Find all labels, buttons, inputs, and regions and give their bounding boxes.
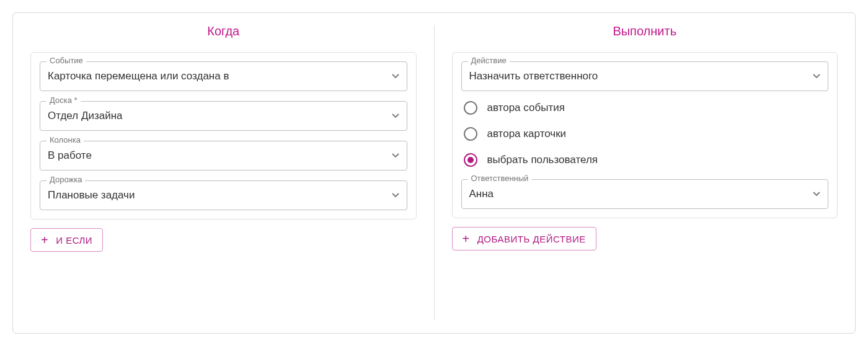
radio-choose-user-label: выбрать пользователя [487, 154, 598, 166]
when-column: Когда Событие Карточка перемещена или со… [13, 13, 434, 333]
automation-rule-panel: Когда Событие Карточка перемещена или со… [12, 12, 856, 334]
radio-card-author-label: автора карточки [487, 128, 567, 140]
column-select[interactable]: Колонка В работе [40, 141, 407, 171]
event-select[interactable]: Событие Карточка перемещена или создана … [40, 61, 407, 91]
radio-unchecked-icon [464, 127, 477, 141]
column-value: В работе [48, 149, 392, 162]
responsible-label: Ответственный [468, 174, 532, 182]
radio-event-author[interactable]: автора события [464, 101, 826, 115]
execute-column: Выполнить Действие Назначить ответственн… [435, 13, 856, 333]
chevron-down-icon [392, 193, 399, 198]
action-value: Назначить ответственного [469, 70, 813, 82]
action-select[interactable]: Действие Назначить ответственного [461, 61, 829, 91]
responsible-select[interactable]: Ответственный Анна [461, 179, 829, 209]
lane-value: Плановые задачи [48, 189, 392, 202]
chevron-down-icon [813, 192, 820, 197]
radio-choose-user[interactable]: выбрать пользователя [464, 153, 826, 167]
execute-title: Выполнить [452, 24, 838, 38]
when-title: Когда [30, 24, 417, 38]
action-label: Действие [468, 56, 510, 64]
event-label: Событие [46, 56, 86, 64]
event-value: Карточка перемещена или создана в [48, 70, 392, 82]
lane-select[interactable]: Дорожка Плановые задачи [40, 180, 407, 210]
responsible-value: Анна [469, 188, 813, 200]
add-action-label: ДОБАВИТЬ ДЕЙСТВИЕ [477, 234, 586, 244]
when-field-group: Событие Карточка перемещена или создана … [30, 52, 417, 220]
radio-unchecked-icon [464, 101, 477, 115]
execute-field-group: Действие Назначить ответственного автора… [452, 52, 838, 218]
board-value: Отдел Дизайна [48, 110, 392, 122]
radio-dot [467, 157, 474, 163]
board-select[interactable]: Доска * Отдел Дизайна [40, 101, 407, 131]
add-if-button[interactable]: + И ЕСЛИ [30, 228, 103, 252]
add-if-label: И ЕСЛИ [56, 235, 92, 246]
chevron-down-icon [392, 113, 399, 118]
lane-label: Дорожка [46, 175, 85, 184]
radio-checked-icon [464, 153, 477, 167]
plus-icon: + [463, 233, 470, 245]
chevron-down-icon [392, 153, 399, 158]
add-action-button[interactable]: + ДОБАВИТЬ ДЕЙСТВИЕ [452, 227, 596, 251]
radio-card-author[interactable]: автора карточки [464, 127, 826, 141]
plus-icon: + [41, 234, 48, 246]
chevron-down-icon [813, 74, 820, 79]
board-label: Доска * [46, 96, 81, 104]
column-label: Колонка [46, 136, 84, 144]
radio-event-author-label: автора события [487, 102, 565, 114]
chevron-down-icon [392, 74, 399, 79]
